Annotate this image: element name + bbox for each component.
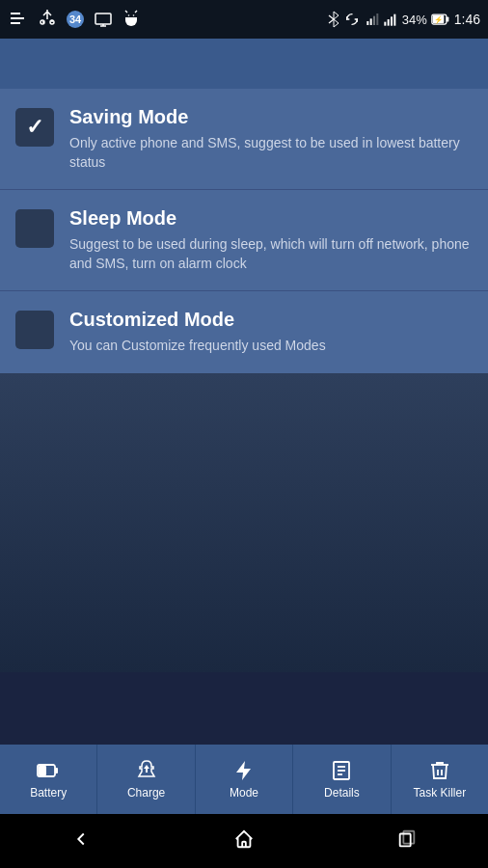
customized-mode-checkbox[interactable] (15, 311, 54, 349)
svg-point-8 (128, 14, 130, 16)
trash-nav-icon (428, 759, 451, 782)
svg-line-12 (329, 15, 334, 19)
svg-rect-5 (95, 14, 111, 24)
svg-rect-16 (373, 16, 375, 25)
svg-rect-21 (393, 14, 395, 26)
svg-rect-20 (391, 16, 393, 25)
nav-battery[interactable]: Battery (0, 745, 97, 814)
battery-nav-label: Battery (30, 786, 67, 800)
back-icon (70, 828, 92, 850)
sleep-mode-text: Sleep Mode Suggest to be used during sle… (69, 207, 473, 273)
svg-rect-17 (376, 14, 378, 25)
mode-nav-label: Mode (230, 786, 258, 800)
header-bar (0, 39, 488, 89)
saving-mode-item[interactable]: ✓ Saving Mode Only active phone and SMS,… (0, 89, 488, 190)
battery-nav-icon (37, 759, 60, 782)
android-nav-bar (0, 814, 488, 868)
recents-icon (396, 828, 418, 850)
nav-details[interactable]: Details (293, 745, 391, 814)
mode-list: ✓ Saving Mode Only active phone and SMS,… (0, 89, 488, 373)
svg-rect-27 (55, 768, 58, 773)
notification-icon: 34 (64, 8, 87, 31)
sleep-mode-item[interactable]: Sleep Mode Suggest to be used during sle… (0, 190, 488, 291)
saving-mode-text: Saving Mode Only active phone and SMS, s… (69, 106, 473, 172)
customized-mode-text: Customized Mode You can Customize freque… (69, 309, 473, 356)
svg-rect-1 (11, 17, 24, 19)
svg-rect-28 (39, 766, 46, 775)
charge-nav-icon (135, 759, 158, 782)
sleep-mode-desc: Suggest to be used during sleep, which w… (69, 235, 473, 273)
checkmark-icon: ✓ (26, 115, 43, 140)
svg-text:34: 34 (69, 14, 82, 25)
customized-mode-title: Customized Mode (69, 309, 473, 331)
bolt-nav-icon (232, 759, 256, 782)
svg-rect-18 (384, 22, 386, 26)
nav-mode[interactable]: Mode (196, 745, 293, 814)
customized-mode-desc: You can Customize frequently used Modes (69, 337, 473, 356)
details-nav-label: Details (324, 786, 360, 800)
svg-rect-23 (447, 17, 449, 22)
svg-text:⚡: ⚡ (434, 15, 444, 24)
status-icons-left: 34 (8, 8, 143, 31)
status-bar: 34 (0, 0, 488, 39)
menu-icon (8, 8, 31, 31)
svg-line-11 (135, 11, 137, 13)
saving-mode-desc: Only active phone and SMS, suggest to be… (69, 134, 473, 172)
screen-icon (92, 8, 115, 31)
saving-mode-checkbox[interactable]: ✓ (15, 108, 54, 147)
charge-nav-label: Charge (127, 786, 165, 800)
recents-button[interactable] (377, 821, 437, 862)
sleep-mode-title: Sleep Mode (69, 207, 473, 230)
empty-area (0, 373, 488, 672)
details-nav-icon (330, 759, 353, 782)
saving-mode-title: Saving Mode (69, 106, 473, 128)
back-button[interactable] (51, 821, 111, 862)
home-icon (233, 828, 255, 850)
signal-icon (383, 12, 398, 27)
nav-taskkiller[interactable]: Task Killer (392, 745, 488, 814)
svg-rect-0 (11, 13, 20, 14)
svg-rect-15 (369, 18, 371, 25)
bottom-nav: Battery Charge Mode Details (0, 745, 488, 814)
bluetooth-icon (327, 11, 340, 28)
nav-charge[interactable]: Charge (97, 745, 195, 814)
battery-percentage: 34% (402, 13, 427, 27)
taskkiller-nav-label: Task Killer (413, 786, 466, 800)
rotation-icon (344, 12, 360, 27)
android-icon (120, 8, 143, 31)
svg-rect-2 (11, 22, 20, 24)
customized-mode-item[interactable]: Customized Mode You can Customize freque… (0, 291, 488, 373)
svg-rect-14 (366, 21, 368, 25)
battery-charging-icon: ⚡ (431, 12, 450, 27)
svg-line-10 (125, 11, 127, 13)
sim-icon (364, 12, 379, 27)
status-time: 1:46 (454, 12, 480, 27)
status-icons-right: 34% ⚡ 1:46 (327, 11, 480, 28)
svg-point-9 (133, 14, 135, 16)
home-button[interactable] (214, 821, 274, 862)
usb-icon (36, 8, 59, 31)
svg-line-13 (329, 19, 334, 23)
svg-rect-19 (387, 19, 389, 26)
sleep-mode-checkbox[interactable] (15, 209, 54, 248)
